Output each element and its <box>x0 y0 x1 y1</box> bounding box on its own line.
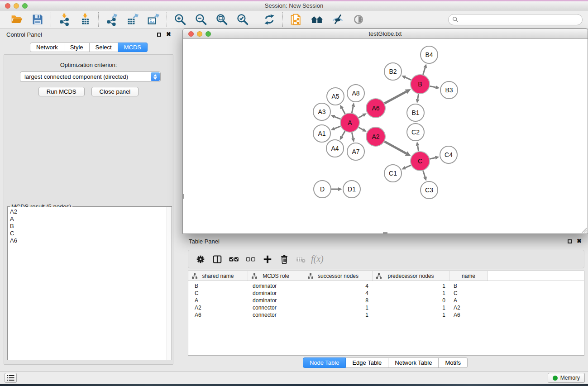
task-history-button[interactable] <box>5 373 17 383</box>
graph-node-A8[interactable]: A8 <box>347 85 364 102</box>
tab-node-table[interactable]: Node Table <box>303 357 346 368</box>
import-table-button[interactable] <box>77 12 93 27</box>
tab-mcds[interactable]: MCDS <box>118 43 148 52</box>
graph-node-D1[interactable]: D1 <box>343 181 360 198</box>
table-cell[interactable]: 1 <box>304 311 373 319</box>
export-image-button[interactable] <box>145 12 162 27</box>
graph-edge-A-A5[interactable] <box>340 105 345 114</box>
tab-select[interactable]: Select <box>90 43 118 52</box>
graph-edge-B-B3[interactable] <box>430 86 440 89</box>
create-column-button[interactable] <box>259 252 276 267</box>
close-network-window-icon[interactable] <box>188 31 194 37</box>
table-cell[interactable]: B <box>449 282 488 290</box>
horizontal-scroll-indicator[interactable] <box>383 232 387 234</box>
save-session-button[interactable] <box>29 12 46 27</box>
graph-edge-A-A8[interactable] <box>351 103 355 113</box>
import-network-button[interactable] <box>56 12 72 27</box>
graph-edge-A-A6[interactable] <box>359 113 367 118</box>
graph-node-A1[interactable]: A1 <box>313 125 330 142</box>
app-titlebar[interactable]: Session: New Session <box>0 1 588 10</box>
tab-network-table[interactable]: Network Table <box>388 357 439 368</box>
graph-node-B[interactable]: B <box>411 75 430 94</box>
float-panel-icon[interactable] <box>157 33 161 37</box>
table-cell[interactable]: 4 <box>304 290 373 297</box>
zoom-selected-button[interactable] <box>234 12 251 27</box>
tab-motifs[interactable]: Motifs <box>439 357 468 368</box>
table-cell[interactable]: B <box>188 282 248 290</box>
table-cell[interactable]: 1 <box>304 304 373 311</box>
graph-node-C3[interactable]: C3 <box>421 181 438 199</box>
criterion-dropdown[interactable]: largest connected component (directed) <box>20 71 161 82</box>
column-header-successor-nodes[interactable]: successor nodes <box>304 271 373 281</box>
mcds-result-item[interactable]: A <box>8 215 172 223</box>
refresh-button[interactable] <box>261 12 277 27</box>
graph-node-C2[interactable]: C2 <box>407 124 424 141</box>
table-cell[interactable]: A2 <box>188 304 248 311</box>
table-cell[interactable]: 1 <box>373 282 449 290</box>
graph-node-A7[interactable]: A7 <box>347 143 364 160</box>
memory-button[interactable]: Memory <box>548 373 585 383</box>
open-session-button[interactable] <box>9 12 25 27</box>
table-cell[interactable]: C <box>188 290 248 297</box>
minimize-window-icon[interactable] <box>14 3 19 9</box>
table-cell[interactable]: connector <box>248 304 304 311</box>
export-network-button[interactable] <box>104 12 120 27</box>
table-cell[interactable]: 4 <box>304 282 373 290</box>
open-session-file-button[interactable] <box>288 12 304 27</box>
table-cell[interactable]: connector <box>248 311 304 319</box>
graph-node-B3[interactable]: B3 <box>440 81 458 99</box>
column-header-shared-name[interactable]: shared name <box>188 271 248 281</box>
network-window-titlebar[interactable]: testGlobe.txt <box>183 29 588 39</box>
table-cell[interactable]: A <box>188 297 248 304</box>
close-window-icon[interactable] <box>5 3 10 9</box>
close-panel-button[interactable]: Close panel <box>91 87 139 96</box>
select-all-button[interactable] <box>225 252 242 267</box>
table-row[interactable]: Cdominator41C <box>188 290 584 297</box>
graph-edge-A-A3[interactable] <box>331 115 341 119</box>
table-cell[interactable]: dominator <box>248 297 304 304</box>
column-header-mcds-role[interactable]: MCDS role <box>248 271 304 281</box>
table-settings-button[interactable] <box>192 252 209 267</box>
minimize-network-window-icon[interactable] <box>197 31 202 37</box>
deselect-all-button[interactable] <box>242 252 259 267</box>
graph-node-A2[interactable]: A2 <box>366 127 385 146</box>
close-table-panel-icon[interactable]: ✖ <box>577 239 582 243</box>
graph-node-A[interactable]: A <box>340 113 359 132</box>
show-graphics-button[interactable] <box>350 12 367 27</box>
export-table-button[interactable] <box>124 12 141 27</box>
show-column-button[interactable] <box>209 252 225 267</box>
graph-edge-B-B1[interactable] <box>416 94 420 104</box>
table-cell[interactable]: 1 <box>373 290 449 297</box>
graph-edge-A-A7[interactable] <box>351 133 355 143</box>
graph-edge-B-B2[interactable] <box>402 76 411 80</box>
graph-node-C4[interactable]: C4 <box>440 146 457 163</box>
graph-node-C[interactable]: C <box>411 152 430 171</box>
mcds-result-item[interactable]: A2 <box>8 208 172 215</box>
graph-node-B1[interactable]: B1 <box>407 104 424 121</box>
resize-grip-icon[interactable] <box>581 227 587 233</box>
table-row[interactable]: Adominator80A <box>188 297 584 304</box>
graph-node-A5[interactable]: A5 <box>327 88 344 105</box>
table-cell[interactable]: A6 <box>449 311 488 319</box>
table-cell[interactable]: 1 <box>373 311 449 319</box>
graph-node-A6[interactable]: A6 <box>366 99 385 118</box>
graph-node-D[interactable]: D <box>314 181 331 198</box>
graph-node-B2[interactable]: B2 <box>384 63 402 80</box>
delete-column-button[interactable] <box>276 252 292 267</box>
table-row[interactable]: A2connector11A2 <box>188 304 584 311</box>
result-list-scrollbar[interactable] <box>167 207 172 360</box>
table-cell[interactable]: 8 <box>304 297 373 304</box>
maximize-window-icon[interactable] <box>22 3 28 9</box>
table-cell[interactable]: A <box>449 297 488 304</box>
tab-style[interactable]: Style <box>64 43 90 52</box>
mcds-result-item[interactable]: C <box>8 230 172 237</box>
graph-edge-C-C4[interactable] <box>430 156 439 160</box>
graph-edge-C-C3[interactable] <box>423 171 427 181</box>
column-header-name[interactable]: name <box>449 271 488 281</box>
graph-edge-B-B4[interactable] <box>423 64 427 75</box>
float-table-panel-icon[interactable] <box>568 239 572 243</box>
graph-edge-D-D1[interactable] <box>331 187 342 191</box>
graph-node-B4[interactable]: B4 <box>421 46 438 63</box>
graph-edge-A2-C[interactable] <box>384 142 411 156</box>
graph-edge-A6-B[interactable] <box>384 89 411 104</box>
